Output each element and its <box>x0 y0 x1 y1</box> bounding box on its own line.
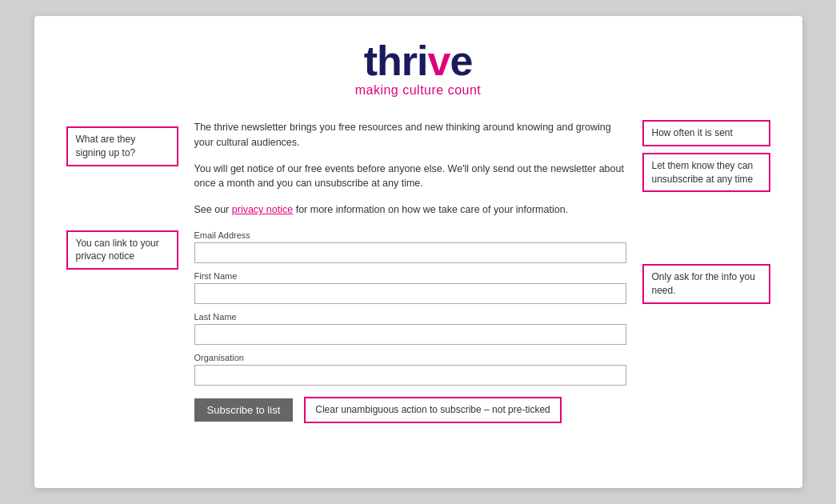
logo-text-before-v: thri <box>364 38 428 84</box>
lastname-label: Last Name <box>194 312 626 322</box>
lastname-field-group: Last Name <box>194 312 626 345</box>
firstname-field-group: First Name <box>194 271 626 304</box>
main-content: What are they signing up to? You can lin… <box>66 120 770 423</box>
logo-subtitle: making culture count <box>66 83 770 98</box>
subscribe-row: Subscribe to list Clear unambiguous acti… <box>194 397 626 423</box>
firstname-input[interactable] <box>194 283 626 304</box>
description-middle: You will get notice of our free events b… <box>194 162 626 192</box>
privacy-notice-link[interactable]: privacy notice <box>232 204 293 215</box>
annotation-unsubscribe: Let them know they can unsubscribe at an… <box>642 153 770 193</box>
description-privacy: See our privacy notice for more informat… <box>194 202 626 218</box>
email-input[interactable] <box>194 242 626 263</box>
annotation-how-often: How often it is sent <box>642 120 770 146</box>
annotation-subscribe-action: Clear unambiguous action to subscribe – … <box>304 397 562 423</box>
annotation-privacy-link: You can link to your privacy notice <box>66 230 178 270</box>
main-card: thrive making culture count What are the… <box>34 16 802 488</box>
logo-v-letter: v <box>427 38 450 84</box>
subscribe-button[interactable]: Subscribe to list <box>194 398 294 422</box>
logo-text-after-v: e <box>450 38 472 84</box>
lastname-input[interactable] <box>194 324 626 345</box>
email-label: Email Address <box>194 230 626 240</box>
logo: thrive <box>66 40 770 82</box>
organisation-input[interactable] <box>194 365 626 386</box>
email-field-group: Email Address <box>194 230 626 263</box>
annotation-signing-up: What are they signing up to? <box>66 126 178 166</box>
organisation-field-group: Organisation <box>194 353 626 386</box>
center-content: The thrive newsletter brings you free re… <box>194 120 626 423</box>
right-annotations: How often it is sent Let them know they … <box>642 120 770 423</box>
firstname-label: First Name <box>194 271 626 281</box>
left-annotations: What are they signing up to? You can lin… <box>66 120 178 423</box>
description-top: The thrive newsletter brings you free re… <box>194 120 626 150</box>
annotation-only-ask: Only ask for the info you need. <box>642 264 770 304</box>
organisation-label: Organisation <box>194 353 626 362</box>
logo-area: thrive making culture count <box>66 40 770 98</box>
